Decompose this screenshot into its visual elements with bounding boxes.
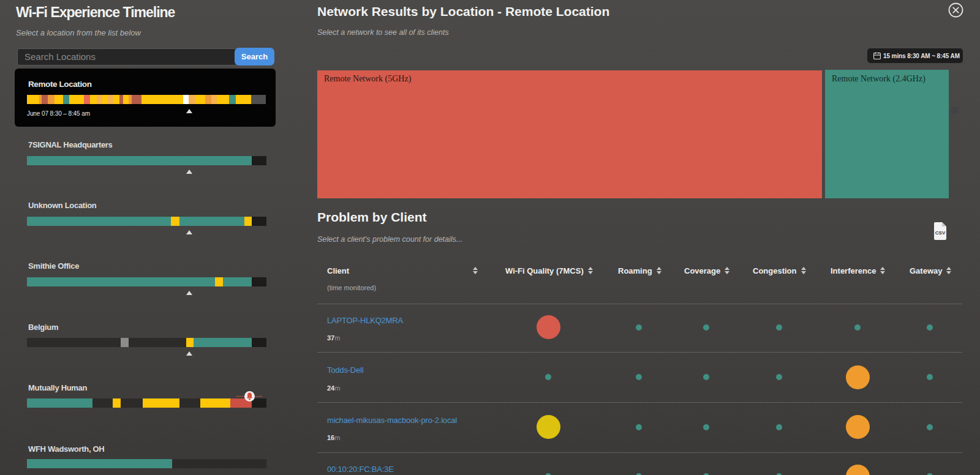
svg-text:CSV: CSV	[935, 230, 946, 236]
